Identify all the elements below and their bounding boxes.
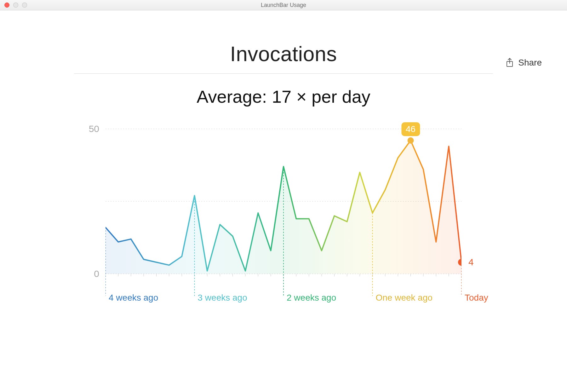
- chart-canvas: [106, 126, 461, 302]
- x-label-2-weeks-ago: 2 weeks ago: [287, 293, 336, 303]
- share-button[interactable]: Share: [506, 58, 542, 68]
- minimize-window-button[interactable]: [13, 3, 18, 8]
- today-value-label: 4: [468, 257, 474, 268]
- x-label-one-week-ago: One week ago: [376, 293, 433, 303]
- close-window-button[interactable]: [4, 3, 9, 8]
- zoom-window-button[interactable]: [22, 3, 27, 8]
- window-titlebar: LaunchBar Usage: [0, 0, 567, 10]
- peak-value-tooltip: 46: [401, 122, 420, 136]
- content-area: Share Invocations Average: 17 × per day …: [0, 42, 567, 392]
- window-title: LaunchBar Usage: [0, 2, 567, 9]
- y-tick-max: 50: [89, 124, 99, 134]
- x-label-today: Today: [465, 293, 488, 303]
- x-label-4-weeks-ago: 4 weeks ago: [109, 293, 158, 303]
- invocations-chart: 50 0 46 4 4 weeks ago 3 weeks ago 2 week…: [106, 126, 461, 302]
- svg-point-38: [408, 137, 414, 144]
- title-divider: [74, 73, 493, 74]
- page-title: Invocations: [0, 42, 567, 66]
- window-controls: [4, 3, 27, 8]
- y-tick-min: 0: [94, 268, 99, 279]
- x-label-3-weeks-ago: 3 weeks ago: [198, 293, 247, 303]
- average-summary: Average: 17 × per day: [0, 86, 567, 107]
- share-icon: [506, 58, 514, 68]
- share-button-label: Share: [518, 58, 542, 68]
